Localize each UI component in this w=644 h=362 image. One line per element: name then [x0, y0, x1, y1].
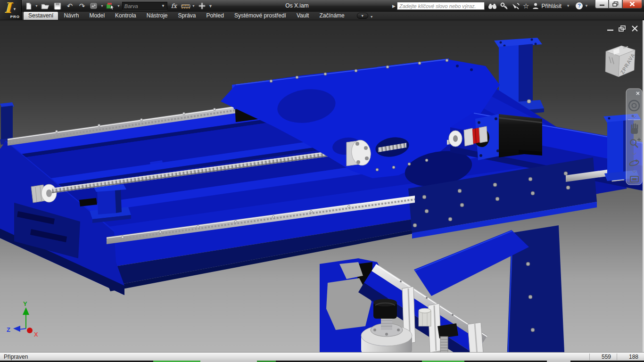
measure-caret-icon[interactable]: ▼ [192, 4, 195, 8]
restore-button[interactable] [609, 0, 622, 8]
tab-systemove-prostredi[interactable]: Systémové prostředí [230, 12, 291, 20]
navigation-bar[interactable] [626, 89, 642, 185]
color-combo-value: Barva [124, 3, 138, 9]
combo-caret-icon: ▼ [161, 4, 165, 8]
new-file-button[interactable] [24, 1, 34, 11]
tab-kontrola[interactable]: Kontrola [110, 12, 141, 20]
search-input[interactable] [397, 2, 485, 10]
tab-model[interactable]: Model [84, 12, 109, 20]
y-axis-label: Y [23, 300, 27, 307]
model-canvas[interactable]: ZPRAVA [0, 20, 643, 352]
update-caret-icon[interactable]: ▼ [117, 4, 120, 8]
favorites-button[interactable]: ☆ [523, 2, 529, 10]
viewport-3d[interactable]: ZPRAVA [0, 20, 644, 352]
redo-icon: ↷ [79, 2, 85, 10]
update-button[interactable] [106, 1, 116, 11]
parameters-fx-button[interactable]: fx [169, 2, 179, 9]
sign-in-label: Přihlásit [541, 3, 561, 9]
inventor-logo-icon: I [5, 1, 11, 15]
title-bar-right: ▶ ☆ Přihlásit ▼ ? ▼ [392, 0, 644, 12]
z-axis-label: Z [7, 326, 10, 333]
navbar-close-button[interactable] [635, 90, 641, 96]
close-button[interactable] [622, 0, 642, 8]
y-axis-arrow-icon [23, 307, 29, 315]
document-title: Os X.iam [226, 0, 368, 11]
undo-button[interactable]: ↶ [65, 1, 75, 11]
update-icon [106, 2, 115, 10]
new-file-icon [25, 2, 33, 10]
search-panel-arrow-icon[interactable]: ▶ [392, 4, 396, 8]
doc-restore-button[interactable] [619, 26, 625, 31]
viewport-window-controls [607, 26, 637, 31]
minimize-button[interactable] [595, 0, 609, 8]
quick-access-toolbar: ▼ ↶ ↷ ▼ ▼ Barva ▼ fx ▼ [24, 0, 213, 12]
axis-triad: Y Z X [7, 300, 38, 338]
help-button[interactable]: ? [576, 2, 583, 9]
user-icon [532, 2, 539, 9]
community-button[interactable] [512, 2, 520, 9]
search-button[interactable] [488, 2, 497, 9]
open-button[interactable] [40, 1, 50, 11]
restore-icon [612, 1, 619, 7]
tab-zaciname[interactable]: Začínáme [314, 12, 349, 20]
status-file-count: 188 [617, 354, 644, 360]
save-floppy-icon [54, 2, 61, 10]
color-override-combo[interactable]: Barva ▼ [122, 2, 167, 10]
appearance-button[interactable] [89, 1, 99, 11]
tab-navrh[interactable]: Návrh [59, 12, 83, 20]
tab-nastroje[interactable]: Nástroje [142, 12, 173, 20]
insert-constraint-button[interactable] [197, 1, 207, 11]
appearance-caret-icon[interactable]: ▼ [100, 4, 104, 8]
view-cube[interactable]: ZPRAVA [605, 46, 636, 77]
star-icon: ☆ [523, 2, 529, 10]
ribbon-minimize-caret-icon[interactable]: ▼ [370, 15, 373, 18]
doc-close-button[interactable] [632, 26, 637, 31]
measure-button[interactable] [181, 1, 191, 11]
status-bar: Připraven 559 188 [0, 352, 644, 361]
z-axis-arrow-icon [13, 326, 20, 332]
tab-vault[interactable]: Vault [292, 12, 314, 20]
plus-icon [198, 2, 206, 9]
chevron-down-icon: ▼ [13, 7, 17, 11]
binoculars-icon [488, 2, 497, 9]
ribbon-tab-bar: Sestavení Návrh Model Kontrola Nástroje … [0, 12, 644, 20]
appearance-icon [90, 2, 99, 9]
x-axis-label: X [34, 331, 38, 338]
ribbon-minimize-button[interactable]: ▼ [357, 13, 368, 19]
tab-pohled[interactable]: Pohled [202, 12, 229, 20]
measure-ruler-icon [181, 3, 190, 9]
new-file-caret-icon[interactable]: ▼ [35, 4, 38, 8]
qat-overflow-caret-icon[interactable]: ▼ [208, 4, 213, 8]
window-controls [595, 0, 642, 8]
tab-sprava[interactable]: Správa [173, 12, 200, 20]
keyword-key-button[interactable] [500, 2, 508, 9]
minimize-icon [599, 2, 605, 6]
sign-in-caret-icon[interactable]: ▼ [566, 4, 570, 8]
status-occurrence-count: 559 [589, 354, 617, 360]
open-folder-icon [41, 2, 50, 9]
pro-badge: PRO [10, 15, 20, 19]
inventor-window: I ▼ PRO ▼ ↶ ↷ ▼ ▼ Barva ▼ [0, 0, 644, 362]
satellite-dish-icon [512, 2, 520, 9]
help-caret-icon[interactable]: ▼ [585, 4, 588, 8]
status-message: Připraven [0, 354, 589, 360]
key-icon [500, 2, 508, 9]
redo-button[interactable]: ↷ [77, 1, 87, 11]
close-icon [629, 1, 635, 7]
tab-sestaveni[interactable]: Sestavení [24, 12, 58, 20]
title-bar: I ▼ PRO ▼ ↶ ↷ ▼ ▼ Barva ▼ [0, 0, 644, 12]
sign-in-button[interactable]: Přihlásit [532, 2, 561, 9]
application-menu-button[interactable]: I ▼ PRO [0, 0, 22, 20]
x-axis-arrow-icon [27, 328, 33, 333]
undo-icon: ↶ [67, 2, 73, 10]
save-button[interactable] [52, 1, 63, 11]
